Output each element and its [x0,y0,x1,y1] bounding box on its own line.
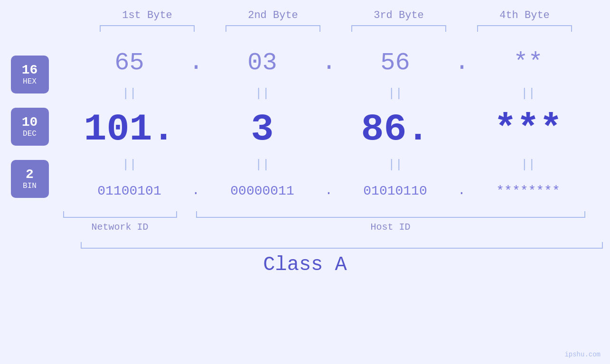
sep-row-1: || || || || [63,84,604,103]
network-id-bracket [63,211,177,218]
main-container: 1st Byte 2nd Byte 3rd Byte 4th Byte 16 H… [0,0,610,364]
bracket-byte4 [477,25,572,32]
bin-dot-3: . [452,184,471,197]
bracket-byte1 [100,25,195,32]
dec-val-2: 3 [206,108,319,151]
byte-label-2: 2nd Byte [221,9,325,21]
hex-val-3: 56 [338,49,452,77]
bin-badge-num: 2 [26,168,34,182]
bracket-byte2 [225,25,320,32]
hex-dot-3: . [452,50,471,75]
badges-column: 16 HEX 10 DEC 2 BIN [11,56,49,198]
bin-row: 01100101 . 00000011 . 01010110 [63,174,604,207]
dec-val-4: *** [471,108,585,151]
class-label: Class A [263,253,347,276]
hex-full-row: 65 . 03 . 56 . [73,49,595,77]
hex-dot-1: . [187,50,206,75]
overall-bracket-row [81,242,603,249]
bin-val-3: 01010110 [338,184,452,198]
bracket-byte3 [351,25,446,32]
dec-badge: 10 DEC [11,108,49,146]
host-id-bracket [196,211,585,218]
sep2-full-row: || || || || [73,158,595,172]
hex-badge: 16 HEX [11,56,49,93]
byte-label-4: 4th Byte [472,9,577,21]
hex-val-1: 65 [73,49,187,77]
dec-badge-num: 10 [22,115,38,130]
id-labels-row: Network ID Host ID [63,222,585,233]
hex-badge-label: HEX [23,78,37,86]
dec-val-1: 101. [73,108,187,151]
bin-val-1: 01100101 [73,184,187,198]
hex-val-4: ** [471,49,585,77]
sub-bracket-section: Network ID Host ID [63,211,585,233]
byte-headers: 1st Byte 2nd Byte 3rd Byte 4th Byte [84,9,588,21]
dec-full-row: 101. 3 86. [73,108,595,151]
bin-val-2: 00000011 [206,184,319,198]
sep1-full-row: || || || || [73,86,595,101]
hex-row: 65 . 03 . 56 . [63,41,604,84]
overall-bottom-bracket [81,242,603,249]
rows-column: 65 . 03 . 56 . [63,41,604,233]
content-area: 16 HEX 10 DEC 2 BIN 65 . [6,41,604,233]
hex-val-2: 03 [206,49,319,77]
bin-full-row: 01100101 . 00000011 . 01010110 [73,184,595,198]
host-id-label: Host ID [196,222,585,233]
bin-badge: 2 BIN [11,160,49,198]
dec-row: 101. 3 86. [63,103,604,155]
bin-dot-1: . [187,184,206,197]
top-brackets [84,25,588,32]
bin-val-4: ******** [471,184,585,198]
hex-badge-num: 16 [22,63,38,78]
byte-label-1: 1st Byte [95,9,199,21]
dec-val-3: 86. [338,108,452,151]
sep-row-2: || || || || [63,155,604,174]
network-id-label: Network ID [63,222,177,233]
watermark: ipshu.com [564,351,601,358]
sub-brackets [63,211,585,218]
class-label-container: Class A [0,253,610,276]
byte-label-3: 3rd Byte [347,9,451,21]
bin-badge-label: BIN [23,182,37,191]
hex-dot-2: . [319,50,338,75]
bin-dot-2: . [319,184,338,197]
dec-badge-label: DEC [23,130,37,139]
